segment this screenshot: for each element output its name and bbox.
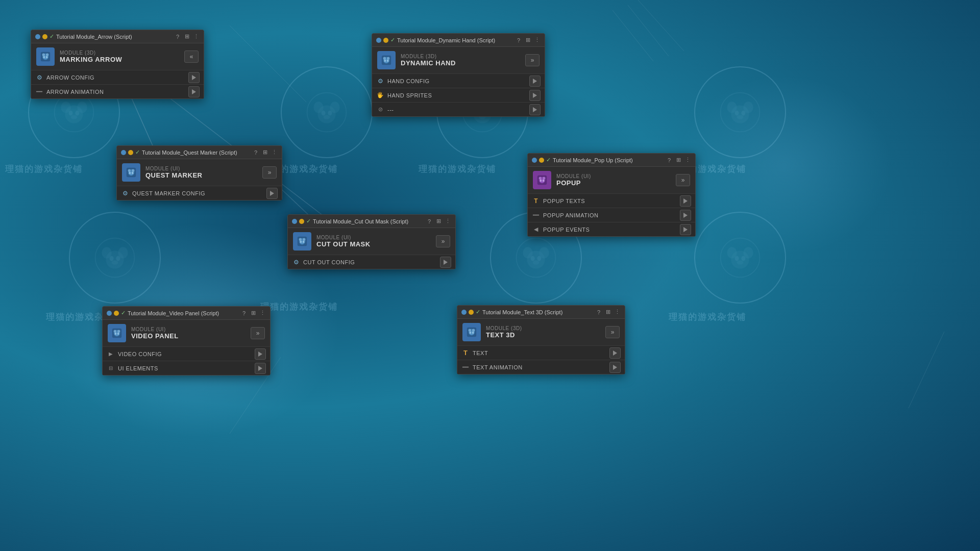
expand-button[interactable]: ⊞ — [261, 149, 268, 156]
svg-point-12 — [328, 111, 332, 116]
play-btn-ui-elements[interactable] — [255, 363, 266, 374]
panel-text-3d-title-bar[interactable]: ✓ Tutorial Module_Text 3D (Script) ? ⊞ ⋮ — [457, 306, 625, 319]
panel-arrow-title-bar[interactable]: ✓ Tutorial Module_Arrow (Script) ? ⊞ ⋮ — [31, 30, 204, 43]
play-btn-hand-config[interactable] — [529, 76, 541, 87]
svg-point-40 — [537, 256, 541, 261]
dynamic-hand-expand-btn[interactable]: » — [525, 54, 540, 66]
expand-button[interactable]: ⊞ — [250, 310, 257, 317]
svg-point-75 — [303, 238, 306, 241]
row-label-popup-texts: POPUP TEXTS — [543, 198, 680, 204]
panel-cut-out-title: Tutorial Module_Cut Out Mask (Script) — [313, 218, 424, 224]
panel-popup-module-header: MODULE (UI) POPUP » — [528, 167, 695, 193]
help-button[interactable]: ? — [666, 157, 673, 164]
play-btn-hand-extra[interactable] — [529, 104, 541, 115]
panel-dynamic-hand-title-bar[interactable]: ✓ Tutorial Module_Dynamic Hand (Script) … — [372, 34, 545, 47]
svg-point-71 — [132, 172, 134, 174]
menu-button[interactable]: ⋮ — [614, 309, 621, 316]
menu-button[interactable]: ⋮ — [259, 310, 266, 317]
module-type-quest: MODULE (UI) — [145, 166, 257, 171]
panel-cut-out-module-header: MODULE (UI) CUT OUT MASK » — [288, 228, 455, 255]
menu-button[interactable]: ⋮ — [271, 149, 278, 156]
svg-point-46 — [735, 256, 739, 261]
svg-point-13 — [324, 115, 330, 119]
help-button[interactable]: ? — [595, 309, 602, 316]
row-video-config: ▶ VIDEO CONFIG — [103, 346, 270, 361]
svg-point-82 — [387, 57, 390, 60]
cut-out-expand-btn[interactable]: » — [436, 235, 450, 247]
module-icon-cut-out — [293, 232, 311, 251]
help-button[interactable]: ? — [252, 149, 259, 156]
panel-video-module-label: MODULE (UI) VIDEO PANEL — [131, 327, 246, 340]
title-bar-buttons: ? ⊞ ⋮ — [666, 157, 691, 164]
module-name-cut-out: CUT OUT MASK — [316, 240, 431, 248]
panel-quest-marker-title-bar[interactable]: ✓ Tutorial Module_Quest Marker (Script) … — [117, 146, 282, 159]
panel-text-3d-title: Tutorial Module_Text 3D (Script) — [482, 309, 593, 315]
video-expand-btn[interactable]: » — [251, 327, 265, 339]
panel-cut-out-title-bar[interactable]: ✓ Tutorial Module_Cut Out Mask (Script) … — [288, 215, 455, 228]
help-button[interactable]: ? — [515, 37, 522, 44]
panel-dynamic-hand: ✓ Tutorial Module_Dynamic Hand (Script) … — [372, 33, 545, 117]
play-btn-hand-sprites[interactable] — [529, 90, 541, 101]
panel-popup-title: Tutorial Module_Pop Up (Script) — [553, 157, 664, 163]
panel-popup-title-bar[interactable]: ✓ Tutorial Module_Pop Up (Script) ? ⊞ ⋮ — [528, 154, 695, 167]
svg-point-91 — [540, 180, 542, 182]
svg-point-11 — [322, 111, 326, 116]
play-btn-popup-animation[interactable] — [680, 210, 691, 221]
play-btn-quest-config[interactable] — [266, 188, 278, 199]
row-hand-sprites: 🖐 HAND SPRITES — [372, 88, 545, 102]
help-button[interactable]: ? — [174, 33, 181, 40]
module-type-cut-out: MODULE (UI) — [316, 235, 431, 240]
quest-expand-btn[interactable]: » — [262, 166, 277, 179]
row-label-popup-events: POPUP EVENTS — [543, 227, 680, 233]
module-type-arrow: MODULE (3D) — [60, 50, 179, 56]
text-3d-expand-btn[interactable]: » — [605, 326, 620, 338]
panel-cut-out-module-label: MODULE (UI) CUT OUT MASK — [316, 235, 431, 248]
row-label-text-animation: TEXT ANIMATION — [473, 364, 609, 370]
menu-button[interactable]: ⋮ — [444, 218, 451, 225]
expand-button[interactable]: ⊞ — [675, 157, 682, 164]
play-btn-text-animation[interactable] — [609, 362, 621, 373]
svg-point-3 — [65, 105, 83, 123]
play-btn-arrow-config[interactable] — [188, 72, 200, 83]
animation-icon: ━━ — [35, 88, 43, 96]
watermark-circle-7 — [694, 212, 786, 304]
expand-button[interactable]: ⊞ — [524, 37, 531, 44]
play-btn-popup-texts[interactable] — [680, 195, 691, 207]
menu-button[interactable]: ⋮ — [533, 37, 541, 44]
play-btn-text[interactable] — [609, 347, 621, 359]
play-btn-cut-out-config[interactable] — [440, 257, 451, 268]
watermark-circle-2 — [281, 66, 373, 158]
expand-button[interactable]: ⊞ — [183, 33, 190, 40]
play-btn-popup-events[interactable] — [680, 224, 691, 235]
title-icon-yellow — [299, 219, 304, 224]
expand-button[interactable]: ⊞ — [435, 218, 442, 225]
expand-button[interactable]: ⊞ — [604, 309, 611, 316]
title-bar-buttons: ? ⊞ ⋮ — [515, 37, 541, 44]
row-label-hand-extra: --- — [387, 107, 529, 113]
play-triangle — [683, 198, 688, 204]
menu-button[interactable]: ⋮ — [684, 157, 691, 164]
module-icon-text-3d — [462, 323, 481, 341]
module-name-text-3d: TEXT 3D — [486, 331, 600, 339]
title-icon-blue — [532, 158, 537, 163]
play-btn-video-config[interactable] — [255, 348, 266, 360]
svg-point-25 — [735, 111, 739, 116]
arrow-expand-btn[interactable]: « — [184, 51, 199, 63]
svg-point-24 — [731, 105, 749, 123]
text-icon: T — [532, 197, 540, 205]
menu-button[interactable]: ⋮ — [192, 33, 200, 40]
row-text: T TEXT — [457, 345, 625, 360]
title-bar-buttons: ? ⊞ ⋮ — [174, 33, 200, 40]
help-button[interactable]: ? — [426, 218, 433, 225]
popup-expand-btn[interactable]: » — [676, 174, 690, 186]
svg-point-10 — [317, 105, 335, 123]
svg-point-61 — [46, 54, 49, 57]
text-anim-icon: ━━ — [461, 363, 470, 371]
play-triangle — [613, 350, 617, 356]
gear-icon: ⚙ — [376, 77, 384, 85]
panel-video-title-bar[interactable]: ✓ Tutorial Module_Video Panel (Script) ?… — [103, 307, 270, 320]
row-cut-out-config: ⚙ CUT OUT CONFIG — [288, 255, 455, 269]
help-button[interactable]: ? — [240, 310, 248, 317]
play-btn-arrow-animation[interactable] — [188, 86, 200, 97]
svg-point-67 — [128, 169, 131, 172]
